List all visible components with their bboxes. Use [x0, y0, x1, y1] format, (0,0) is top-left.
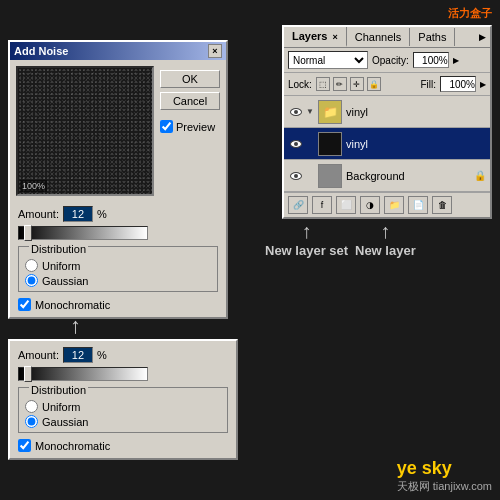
link-layers-button[interactable]: 🔗 — [288, 196, 308, 214]
tab-channels-label: Channels — [355, 31, 401, 43]
arrow-up-layer-icon: ↑ — [355, 220, 416, 243]
tab-layers[interactable]: Layers × — [284, 27, 347, 47]
preview-checkbox: Preview — [160, 120, 220, 133]
noise-texture — [18, 68, 152, 194]
tab-close-icon: × — [333, 32, 338, 42]
amount-slider[interactable] — [18, 226, 148, 240]
zoom-percent-sign: % — [97, 349, 107, 361]
add-mask-button[interactable]: ⬜ — [336, 196, 356, 214]
layers-panel: Layers × Channels Paths ▶ Normal Opacity… — [282, 25, 492, 219]
tianjixw-text: 天极网 tianjixw.com — [397, 479, 492, 494]
zoom-uniform-radio[interactable] — [25, 400, 38, 413]
new-layer-set-annotation: ↑ New layer set — [265, 220, 348, 258]
layer-row-vinyl-group[interactable]: ▼ 📁 vinyl — [284, 96, 490, 128]
zoom-uniform-label: Uniform — [42, 401, 81, 413]
dialog-body: 100% OK Cancel Preview — [10, 60, 226, 202]
zoom-level: 100% — [20, 180, 47, 192]
zoom-gaussian-radio[interactable] — [25, 415, 38, 428]
fill-arrow[interactable]: ▶ — [480, 80, 486, 89]
lock-all-button[interactable]: 🔒 — [367, 77, 381, 91]
uniform-radio[interactable] — [25, 259, 38, 272]
monochromatic-label: Monochromatic — [35, 299, 110, 311]
layer-thumbnail-vinyl — [318, 132, 342, 156]
opacity-label: Opacity: — [372, 55, 409, 66]
background-lock-icon: 🔒 — [474, 170, 486, 181]
annotation-area: ↑ New layer set ↑ New layer — [235, 220, 495, 270]
adjustment-layer-button[interactable]: ◑ — [360, 196, 380, 214]
eye-symbol-vinyl — [290, 140, 302, 148]
tab-layers-label: Layers — [292, 30, 327, 42]
new-layer-annotation: ↑ New layer — [355, 220, 416, 258]
zoom-amount-row: Amount: % — [18, 347, 228, 363]
dialog-titlebar: Add Noise × — [10, 42, 226, 60]
expand-icon-background — [306, 171, 318, 180]
lock-icons: ⬚ ✏ ✛ 🔒 — [316, 77, 381, 91]
eye-icon-vinyl[interactable] — [288, 136, 304, 152]
lock-label: Lock: — [288, 79, 312, 90]
zoom-distribution-legend: Distribution — [29, 384, 88, 396]
arrow-up-set-icon: ↑ — [265, 220, 348, 243]
layer-row-vinyl[interactable]: vinyl — [284, 128, 490, 160]
blend-mode-select[interactable]: Normal — [288, 51, 368, 69]
layer-name-vinyl: vinyl — [346, 138, 486, 150]
new-layer-set-label: New layer set — [265, 243, 348, 258]
preview-label: Preview — [176, 121, 215, 133]
layer-name-background: Background — [346, 170, 470, 182]
fill-label: Fill: — [420, 79, 436, 90]
yesky-logo: ye sky — [397, 458, 452, 478]
distribution-legend: Distribution — [29, 243, 88, 255]
lock-pixels-button[interactable]: ✏ — [333, 77, 347, 91]
new-group-button[interactable]: 📁 — [384, 196, 404, 214]
zoom-amount-slider[interactable] — [18, 367, 148, 381]
layers-tabs: Layers × Channels Paths ▶ — [284, 27, 490, 48]
delete-layer-button[interactable]: 🗑 — [432, 196, 452, 214]
percent-sign: % — [97, 208, 107, 220]
new-layer-label: New layer — [355, 243, 416, 258]
close-button[interactable]: × — [208, 44, 222, 58]
cancel-button[interactable]: Cancel — [160, 92, 220, 110]
gaussian-row: Gaussian — [25, 274, 211, 287]
slider-thumb — [24, 225, 32, 241]
preview-check[interactable] — [160, 120, 173, 133]
ok-button[interactable]: OK — [160, 70, 220, 88]
layers-toolbar: Normal Opacity: ▶ — [284, 48, 490, 73]
tab-paths-label: Paths — [418, 31, 446, 43]
watermark-top-text: 活力盒子 — [448, 7, 492, 19]
zoom-noise-dialog: ↑ Amount: % Distribution Uniform Gaussia… — [8, 339, 238, 460]
layer-row-background[interactable]: Background 🔒 — [284, 160, 490, 192]
gaussian-radio[interactable] — [25, 274, 38, 287]
zoom-distribution-group: Distribution Uniform Gaussian — [18, 387, 228, 433]
watermark-bottom: ye sky 天极网 tianjixw.com — [397, 458, 492, 494]
zoom-monochromatic-check[interactable] — [18, 439, 31, 452]
lock-transparent-button[interactable]: ⬚ — [316, 77, 330, 91]
distribution-group: Distribution Uniform Gaussian — [18, 246, 218, 292]
amount-input[interactable] — [63, 206, 93, 222]
layer-thumbnail-folder: 📁 — [318, 100, 342, 124]
expand-icon[interactable]: ▼ — [306, 107, 318, 116]
layer-fx-button[interactable]: f — [312, 196, 332, 214]
eye-icon-vinyl-group[interactable] — [288, 104, 304, 120]
zoom-uniform-row: Uniform — [25, 400, 221, 413]
amount-label: Amount: — [18, 208, 59, 220]
new-layer-button[interactable]: 📄 — [408, 196, 428, 214]
opacity-arrow[interactable]: ▶ — [453, 56, 459, 65]
layers-options-button[interactable]: ▶ — [475, 30, 490, 44]
tab-channels[interactable]: Channels — [347, 28, 410, 46]
eye-symbol — [290, 108, 302, 116]
eye-icon-background[interactable] — [288, 168, 304, 184]
zoom-amount-input[interactable] — [63, 347, 93, 363]
fill-input[interactable] — [440, 76, 476, 92]
opacity-input[interactable] — [413, 52, 449, 68]
gaussian-label: Gaussian — [42, 275, 88, 287]
monochromatic-check[interactable] — [18, 298, 31, 311]
tab-paths[interactable]: Paths — [410, 28, 455, 46]
dialog-bottom: Amount: % Distribution Uniform Gaussian … — [10, 202, 226, 317]
zoom-amount-label: Amount: — [18, 349, 59, 361]
lock-position-button[interactable]: ✛ — [350, 77, 364, 91]
zoom-monochromatic-label: Monochromatic — [35, 440, 110, 452]
expand-icon-vinyl — [306, 139, 318, 148]
monochromatic-row: Monochromatic — [18, 298, 218, 311]
zoom-monochromatic-row: Monochromatic — [18, 439, 228, 452]
eye-symbol-background — [290, 172, 302, 180]
zoom-up-arrow-icon: ↑ — [70, 313, 81, 339]
